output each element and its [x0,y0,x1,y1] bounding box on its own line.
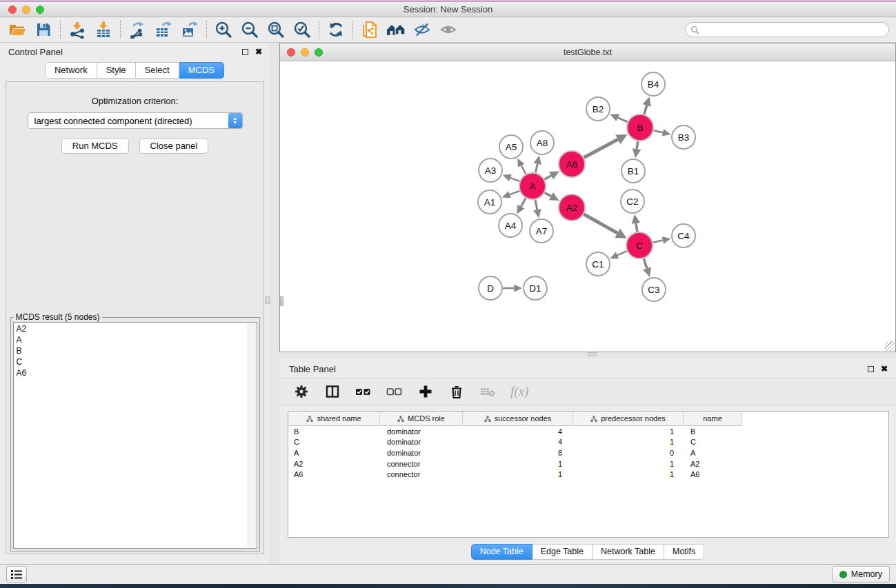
show-graphics-details-icon[interactable] [438,20,459,39]
select-all-columns-icon[interactable] [355,383,372,400]
tab-node-table[interactable]: Node Table [471,544,532,560]
export-table-icon[interactable] [153,20,174,39]
graph-node-D[interactable]: D [479,276,502,300]
column-header-MCDS-role[interactable]: MCDS role [380,412,463,426]
column-header-predecessor-nodes[interactable]: predecessor nodes [573,412,684,426]
create-new-column-icon[interactable] [417,383,434,400]
close-table-panel-icon[interactable]: ✖ [881,366,888,372]
graph-node-A1[interactable]: A1 [478,190,501,214]
open-session-icon[interactable] [7,20,28,39]
graph-edge-A-A7[interactable] [535,200,537,210]
tab-network-table[interactable]: Network Table [593,544,664,560]
close-network-window-button[interactable] [287,48,295,57]
graph-node-A3[interactable]: A3 [479,159,502,182]
graph-edge-A-A6[interactable] [544,176,551,179]
save-session-icon[interactable] [33,20,54,39]
result-list-item[interactable]: B [17,345,247,356]
import-network-icon[interactable] [67,20,88,39]
optimization-criterion-dropdown[interactable]: largest connected component (directed) ▲… [28,112,243,129]
splitter-handle[interactable] [588,352,597,356]
graph-edge-A-A1[interactable] [510,191,519,194]
panel-splitter-vertical[interactable] [269,43,279,564]
splitter-handle[interactable] [265,296,270,304]
table-row[interactable]: Adominator80A [288,447,888,458]
graph-node-B2[interactable]: B2 [586,97,610,121]
graph-edge-A-A2[interactable] [545,193,551,196]
table-options-gear-icon[interactable] [293,383,310,400]
graph-node-C1[interactable]: C1 [586,252,610,276]
delete-table-icon[interactable] [479,383,496,400]
graph-node-A[interactable]: A [519,173,546,199]
graph-edge-C-C2[interactable] [636,223,637,232]
table-row[interactable]: A6connector11A6 [288,469,888,480]
import-table-icon[interactable] [93,20,114,39]
delete-columns-icon[interactable] [448,383,465,400]
tab-motifs[interactable]: Motifs [664,544,704,560]
graph-edge-C-C3[interactable] [644,258,647,268]
graph-edge-A6-B[interactable] [584,139,618,157]
tab-style[interactable]: Style [97,62,136,79]
graph-edge-C-C4[interactable] [653,241,663,243]
graph-node-A7[interactable]: A7 [530,219,553,243]
zoom-out-icon[interactable] [239,20,260,39]
tab-select[interactable]: Select [136,62,179,79]
export-network-icon[interactable] [127,20,148,39]
graph-edge-B-B4[interactable] [644,105,647,114]
float-table-panel-icon[interactable] [868,366,874,372]
hide-graphics-details-icon[interactable] [412,20,432,39]
zoom-network-window-button[interactable] [315,48,323,57]
graph-node-A2[interactable]: A2 [559,194,585,221]
table-row[interactable]: A2connector11A2 [288,458,888,469]
zoom-selected-icon[interactable] [292,20,312,39]
search-input[interactable] [699,23,888,36]
home-view-icon[interactable] [386,20,406,39]
graph-node-D1[interactable]: D1 [524,276,547,300]
network-canvas[interactable]: B4B2BB3A5A8A6B1A3AA1C2A2A4A7C4CC1C3DD1 [280,61,895,352]
graph-node-A6[interactable]: A6 [559,151,585,177]
graph-edge-A-A3[interactable] [510,178,520,181]
zoom-fit-icon[interactable] [266,20,286,39]
close-panel-button[interactable]: Close panel [139,138,209,154]
result-list-item[interactable]: A6 [17,367,247,378]
network-graph[interactable]: B4B2BB3A5A8A6B1A3AA1C2A2A4A7C4CC1C3DD1 [280,61,895,352]
graph-node-C2[interactable]: C2 [621,190,644,213]
result-scrollbar[interactable] [248,323,256,547]
search-box[interactable] [685,22,889,37]
tab-network[interactable]: Network [45,62,97,79]
graph-node-B[interactable]: B [627,114,653,141]
graph-edge-A2-C[interactable] [584,214,617,233]
graph-edge-B-B3[interactable] [654,130,663,132]
tab-mcds[interactable]: MCDS [179,62,224,79]
graph-node-B4[interactable]: B4 [641,72,665,96]
graph-node-C[interactable]: C [626,232,653,258]
minimize-network-window-button[interactable] [301,48,309,57]
export-image-icon[interactable] [179,20,200,39]
result-list-item[interactable]: A [17,334,247,345]
graph-node-A4[interactable]: A4 [499,214,522,237]
column-header-successor-nodes[interactable]: successor nodes [463,412,573,426]
graph-edge-C-C1[interactable] [617,251,627,255]
memory-button[interactable]: Memory [832,566,890,582]
panel-splitter-horizontal[interactable] [279,352,896,358]
column-header-shared-name[interactable]: shared name [288,412,380,426]
table-row[interactable]: Cdominator41C [288,437,888,448]
run-mcds-button[interactable]: Run MCDS [61,138,129,154]
close-panel-icon[interactable]: ✖ [255,49,262,55]
zoom-in-icon[interactable] [213,20,234,39]
table-row[interactable]: Bdominator41B [288,426,888,437]
graph-edge-A-A8[interactable] [535,164,537,173]
graph-node-B3[interactable]: B3 [672,125,695,149]
resize-grip-icon[interactable] [885,341,895,351]
deselect-all-columns-icon[interactable] [386,383,403,400]
graph-edge-B-B2[interactable] [618,118,628,122]
graph-node-A5[interactable]: A5 [499,135,523,159]
refresh-view-icon[interactable] [326,20,346,39]
column-header-name[interactable]: name [684,412,742,426]
result-list-item[interactable]: A2 [17,323,247,334]
float-panel-icon[interactable] [242,49,248,55]
task-history-button[interactable] [6,566,27,582]
graph-node-C4[interactable]: C4 [672,224,695,247]
graph-edge-B-B1[interactable] [637,141,638,149]
graph-node-C3[interactable]: C3 [642,278,666,301]
graph-node-A8[interactable]: A8 [530,131,554,154]
